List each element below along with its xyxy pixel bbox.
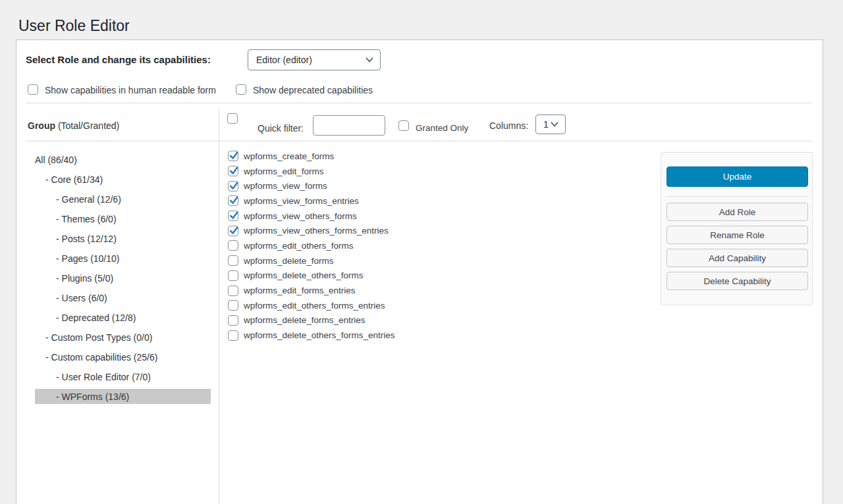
actions-separator bbox=[666, 196, 808, 197]
column-divider bbox=[219, 109, 219, 504]
capability-checkbox[interactable] bbox=[228, 330, 238, 341]
capability-checkbox[interactable] bbox=[228, 255, 238, 266]
capability-checkbox[interactable] bbox=[228, 211, 238, 221]
capability-row: wpforms_view_forms_entries bbox=[228, 193, 395, 209]
capability-label: wpforms_delete_forms bbox=[244, 256, 334, 266]
group-header-rest: (Total/Granted) bbox=[55, 120, 119, 131]
capability-label: wpforms_delete_others_forms_entries bbox=[244, 330, 395, 340]
capability-checkbox[interactable] bbox=[228, 286, 238, 296]
group-header-bold: Group bbox=[28, 120, 55, 131]
human-readable-checkbox[interactable] bbox=[28, 84, 38, 95]
capability-row: wpforms_edit_forms_entries bbox=[228, 283, 395, 298]
granted-only-checkbox[interactable] bbox=[398, 120, 409, 131]
capability-label: wpforms_view_forms bbox=[244, 181, 327, 191]
add-capability-button[interactable]: Add Capability bbox=[666, 249, 808, 267]
capability-row: wpforms_view_forms bbox=[228, 178, 395, 193]
capability-checkbox[interactable] bbox=[228, 151, 238, 161]
capability-label: wpforms_delete_forms_entries bbox=[244, 315, 366, 325]
capability-checkbox[interactable] bbox=[228, 300, 238, 311]
capability-label: wpforms_delete_others_forms bbox=[244, 270, 364, 280]
capability-row: wpforms_delete_others_forms_entries bbox=[228, 328, 395, 343]
capability-label: wpforms_view_forms_entries bbox=[244, 196, 359, 206]
capability-label: wpforms_edit_forms bbox=[244, 166, 324, 176]
capability-row: wpforms_delete_forms bbox=[228, 253, 395, 268]
group-item[interactable]: - General (12/6) bbox=[35, 189, 211, 209]
capability-label: wpforms_view_others_forms bbox=[244, 211, 357, 221]
user-role-editor-screen: User Role Editor Select Role and change … bbox=[0, 0, 843, 504]
quick-filter-label: Quick filter: bbox=[258, 123, 304, 134]
role-select[interactable]: Editor (editor) bbox=[248, 49, 381, 70]
capability-label: wpforms_view_others_forms_entries bbox=[244, 226, 389, 236]
actions-panel: Update Add Role Rename Role Add Capabili… bbox=[661, 152, 813, 305]
page-title: User Role Editor bbox=[18, 16, 130, 35]
role-select-value: Editor (editor) bbox=[256, 55, 312, 65]
group-item[interactable]: All (86/40) bbox=[35, 150, 211, 170]
chevron-down-icon bbox=[550, 120, 559, 129]
group-item[interactable]: - Posts (12/12) bbox=[35, 229, 211, 249]
show-deprecated-label: Show deprecated capabilities bbox=[253, 85, 373, 95]
granted-only-label: Granted Only bbox=[416, 123, 468, 133]
capability-row: wpforms_view_others_forms bbox=[228, 209, 395, 224]
group-item[interactable]: - WPForms (13/6) bbox=[35, 389, 211, 404]
group-item[interactable]: - Custom Post Types (0/0) bbox=[35, 328, 211, 347]
top-divider bbox=[26, 103, 812, 103]
group-tree: All (86/40)- Core (61/34)- General (12/6… bbox=[16, 150, 219, 407]
chevron-down-icon bbox=[365, 55, 374, 64]
group-item[interactable]: - User Role Editor (7/0) bbox=[35, 367, 211, 387]
group-item[interactable]: - Deprecated (12/8) bbox=[35, 308, 211, 328]
quick-filter-input[interactable] bbox=[313, 115, 385, 136]
capability-label: wpforms_edit_others_forms_entries bbox=[244, 301, 385, 311]
capability-list: wpforms_create_formswpforms_edit_formswp… bbox=[228, 149, 395, 343]
header-divider bbox=[26, 141, 812, 141]
capability-checkbox[interactable] bbox=[228, 240, 238, 251]
columns-label: Columns: bbox=[489, 120, 528, 131]
rename-role-button[interactable]: Rename Role bbox=[666, 226, 808, 244]
capability-row: wpforms_edit_others_forms bbox=[228, 238, 395, 253]
group-item[interactable]: - Pages (10/10) bbox=[35, 249, 211, 268]
capability-row: wpforms_view_others_forms_entries bbox=[228, 223, 395, 238]
capability-row: wpforms_delete_forms_entries bbox=[228, 313, 395, 328]
capability-checkbox[interactable] bbox=[228, 195, 238, 206]
capability-checkbox[interactable] bbox=[228, 181, 238, 191]
group-item[interactable]: - Users (6/0) bbox=[35, 288, 211, 308]
capability-row: wpforms_create_forms bbox=[228, 149, 395, 164]
columns-select[interactable]: 1 bbox=[535, 114, 566, 134]
capability-row: wpforms_edit_others_forms_entries bbox=[228, 298, 395, 313]
select-role-label: Select Role and change its capabilities: bbox=[26, 49, 211, 70]
show-deprecated-checkbox[interactable] bbox=[236, 84, 246, 95]
group-item[interactable]: - Core (61/34) bbox=[35, 170, 211, 189]
human-readable-label: Show capabilities in human readable form bbox=[45, 85, 216, 95]
capability-checkbox[interactable] bbox=[228, 166, 238, 176]
capability-row: wpforms_edit_forms bbox=[228, 164, 395, 179]
capability-checkbox[interactable] bbox=[228, 315, 238, 326]
delete-capability-button[interactable]: Delete Capability bbox=[666, 272, 808, 290]
capability-label: wpforms_create_forms bbox=[244, 151, 334, 161]
columns-select-value: 1 bbox=[543, 119, 549, 130]
capability-checkbox[interactable] bbox=[228, 270, 238, 281]
group-item[interactable]: - Custom capabilities (25/6) bbox=[35, 347, 211, 367]
group-item[interactable]: - Plugins (5/0) bbox=[35, 268, 211, 288]
capability-label: wpforms_edit_forms_entries bbox=[244, 286, 356, 295]
group-item[interactable]: - Themes (6/0) bbox=[35, 209, 211, 229]
group-column-header: Group (Total/Granted) bbox=[28, 120, 119, 131]
capability-row: wpforms_delete_others_forms bbox=[228, 268, 395, 284]
main-panel: Select Role and change its capabilities:… bbox=[16, 39, 823, 504]
capability-checkbox[interactable] bbox=[228, 226, 238, 236]
update-button[interactable]: Update bbox=[666, 166, 808, 187]
add-role-button[interactable]: Add Role bbox=[666, 203, 808, 221]
capability-label: wpforms_edit_others_forms bbox=[244, 241, 354, 251]
select-all-checkbox[interactable] bbox=[227, 113, 238, 124]
